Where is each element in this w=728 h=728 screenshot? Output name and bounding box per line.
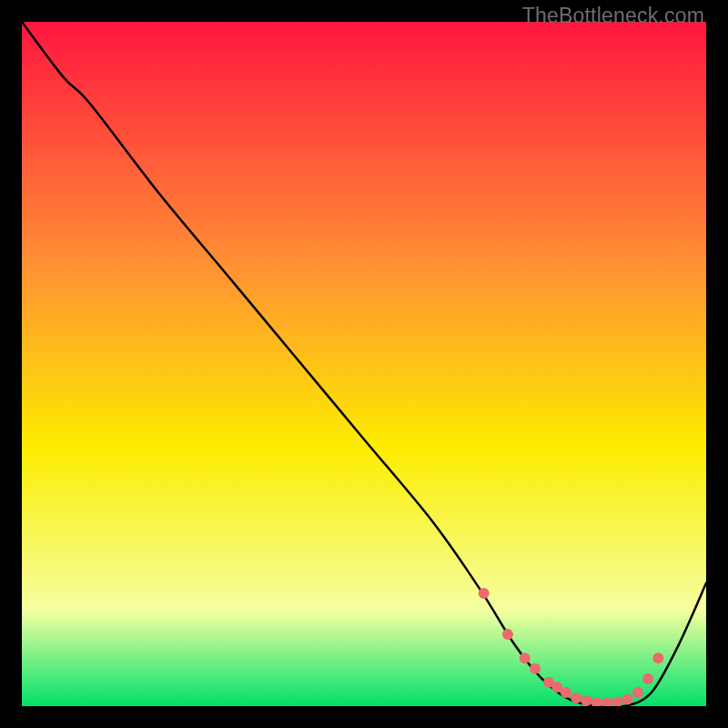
data-point-dot	[652, 652, 663, 663]
data-point-dot	[502, 629, 513, 640]
data-point-dot	[642, 673, 653, 684]
data-point-dot	[592, 697, 602, 706]
data-point-dot	[622, 693, 633, 704]
data-point-dot	[530, 663, 541, 674]
data-point-dot	[612, 696, 622, 706]
data-point-dot	[520, 652, 531, 663]
chart-frame	[22, 22, 706, 706]
data-point-dot	[479, 588, 490, 599]
data-point-dot	[602, 697, 612, 706]
data-point-dot	[561, 687, 571, 698]
data-point-dot	[632, 687, 643, 698]
bottleneck-curve	[22, 22, 706, 706]
watermark-text: TheBottleneck.com	[522, 4, 704, 28]
data-point-dot	[581, 695, 592, 706]
data-point-dot	[571, 693, 581, 703]
